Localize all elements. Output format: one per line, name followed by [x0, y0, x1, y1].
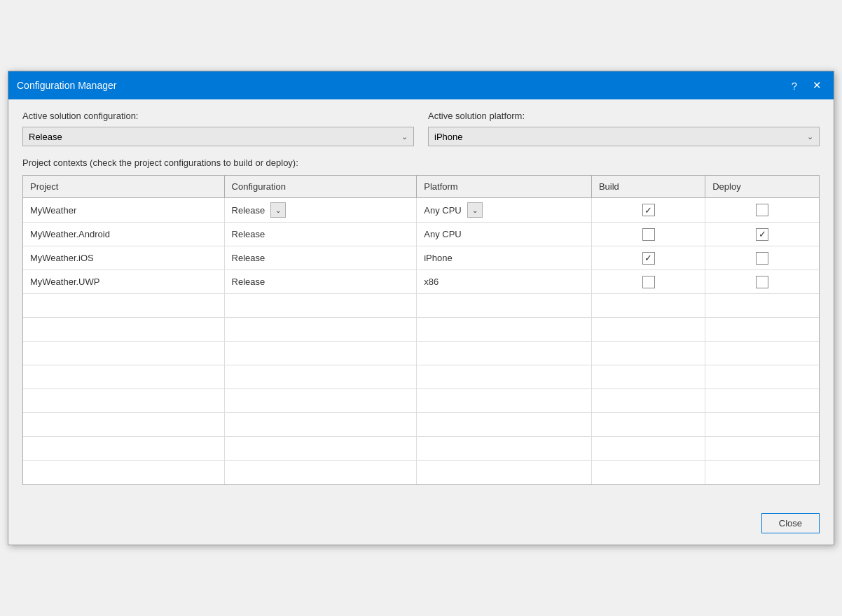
platform-value: Any CPU	[424, 205, 461, 216]
platform-cell-dropdown-btn[interactable]: ⌄	[467, 202, 483, 218]
empty-cell	[705, 318, 819, 342]
config-value: Release	[232, 205, 265, 216]
empty-cell	[224, 437, 417, 461]
cell-build	[591, 246, 705, 270]
cell-config: Release⌄	[224, 198, 417, 223]
empty-cell	[591, 365, 705, 389]
cell-build	[591, 270, 705, 294]
table-row: MyWeatherRelease⌄Any CPU⌄	[23, 198, 819, 223]
cell-deploy	[705, 223, 819, 246]
empty-cell	[705, 294, 819, 318]
empty-cell	[417, 365, 592, 389]
config-dropdown-value: Release	[29, 132, 62, 142]
empty-cell	[417, 318, 592, 342]
platform-dropdown-value: iPhone	[434, 132, 462, 142]
build-checkbox[interactable]	[642, 276, 655, 288]
cell-build	[591, 223, 705, 246]
th-build: Build	[591, 176, 705, 198]
close-button[interactable]: Close	[761, 513, 820, 533]
empty-cell	[23, 318, 224, 342]
cell-config: Release	[224, 246, 417, 270]
config-label: Active solution configuration:	[22, 111, 414, 121]
empty-cell	[417, 294, 592, 318]
deploy-checkbox[interactable]	[756, 276, 768, 288]
build-checkbox[interactable]	[642, 204, 655, 216]
table-row: MyWeather.iOSReleaseiPhone	[23, 246, 819, 270]
empty-cell	[417, 413, 592, 437]
empty-cell	[591, 437, 705, 461]
empty-cell	[591, 389, 705, 413]
platform-value: x86	[424, 276, 439, 287]
cell-project: MyWeather.iOS	[23, 246, 224, 270]
empty-table-row	[23, 461, 819, 484]
cell-platform: iPhone	[417, 246, 592, 270]
empty-table-row	[23, 437, 819, 461]
empty-cell	[705, 389, 819, 413]
cell-platform: Any CPU⌄	[417, 198, 592, 223]
empty-cell	[23, 342, 224, 365]
deploy-checkbox[interactable]	[756, 204, 768, 216]
close-window-button[interactable]: ✕	[808, 77, 825, 94]
empty-cell	[591, 461, 705, 484]
build-checkbox[interactable]	[642, 228, 655, 241]
empty-cell	[591, 342, 705, 365]
empty-cell	[224, 365, 417, 389]
cell-config: Release	[224, 270, 417, 294]
platform-label: Active solution platform:	[428, 111, 820, 121]
empty-cell	[705, 413, 819, 437]
empty-cell	[705, 342, 819, 365]
config-value: Release	[232, 276, 265, 287]
empty-cell	[224, 294, 417, 318]
project-table-container: Project Configuration Platform Build Dep…	[22, 175, 820, 485]
empty-table-row	[23, 294, 819, 318]
config-value: Release	[232, 229, 265, 239]
empty-cell	[591, 413, 705, 437]
cell-platform: x86	[417, 270, 592, 294]
dialog-body: Active solution configuration: Release ⌄…	[8, 99, 834, 507]
platform-value: iPhone	[424, 253, 452, 263]
help-button[interactable]: ?	[786, 77, 803, 94]
empty-cell	[417, 461, 592, 484]
config-cell-dropdown-btn[interactable]: ⌄	[270, 202, 286, 218]
empty-table-row	[23, 318, 819, 342]
empty-table-row	[23, 389, 819, 413]
cell-platform: Any CPU	[417, 223, 592, 246]
platform-group: Active solution platform: iPhone ⌄	[428, 111, 820, 146]
form-row: Active solution configuration: Release ⌄…	[22, 111, 820, 146]
deploy-checkbox[interactable]	[756, 228, 768, 241]
table-header-row: Project Configuration Platform Build Dep…	[23, 176, 819, 198]
section-label: Project contexts (check the project conf…	[22, 158, 820, 168]
empty-cell	[417, 342, 592, 365]
cell-deploy	[705, 198, 819, 223]
config-dropdown-arrow-icon: ⌄	[401, 132, 408, 141]
platform-dropdown-arrow-icon: ⌄	[807, 132, 813, 141]
cell-deploy	[705, 270, 819, 294]
th-platform: Platform	[417, 176, 592, 198]
cell-config: Release	[224, 223, 417, 246]
empty-cell	[23, 294, 224, 318]
table-row: MyWeather.UWPReleasex86	[23, 270, 819, 294]
title-bar-buttons: ? ✕	[786, 77, 825, 94]
empty-cell	[23, 461, 224, 484]
config-dropdown[interactable]: Release ⌄	[22, 127, 414, 146]
empty-cell	[23, 437, 224, 461]
empty-cell	[23, 389, 224, 413]
empty-table-row	[23, 413, 819, 437]
build-checkbox[interactable]	[642, 252, 655, 265]
project-table: Project Configuration Platform Build Dep…	[23, 176, 819, 484]
empty-cell	[224, 318, 417, 342]
config-group: Active solution configuration: Release ⌄	[22, 111, 414, 146]
empty-cell	[417, 389, 592, 413]
empty-cell	[224, 461, 417, 484]
deploy-checkbox[interactable]	[756, 252, 768, 265]
empty-table-row	[23, 365, 819, 389]
empty-cell	[224, 389, 417, 413]
empty-cell	[591, 294, 705, 318]
cell-build	[591, 198, 705, 223]
th-configuration: Configuration	[224, 176, 417, 198]
platform-dropdown[interactable]: iPhone ⌄	[428, 127, 820, 146]
empty-table-row	[23, 342, 819, 365]
empty-cell	[705, 365, 819, 389]
empty-cell	[705, 461, 819, 484]
empty-cell	[705, 437, 819, 461]
